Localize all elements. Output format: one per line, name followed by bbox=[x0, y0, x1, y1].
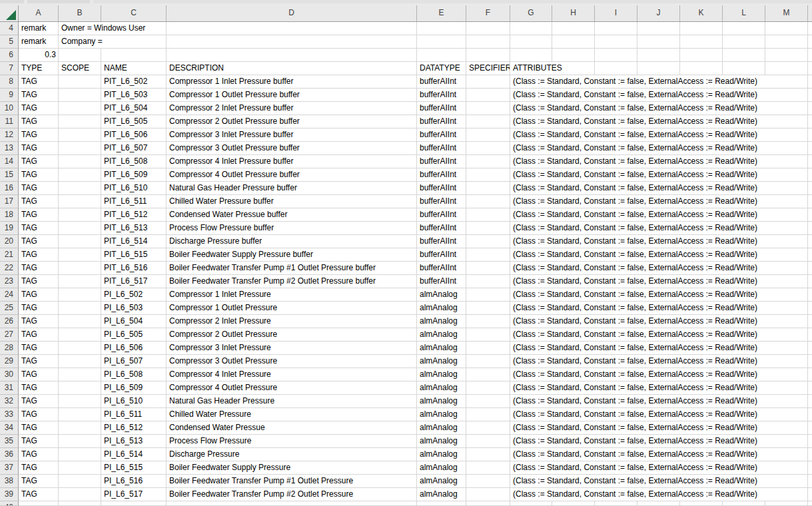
cell-C23[interactable]: PIT_L6_517 bbox=[101, 275, 167, 288]
cell-C38[interactable]: PI_L6_516 bbox=[101, 475, 167, 488]
cell-E22[interactable]: bufferAIInt bbox=[417, 262, 466, 275]
cell-E37[interactable]: almAnalog bbox=[417, 461, 466, 475]
cell-G6[interactable] bbox=[510, 49, 552, 62]
cell-B20[interactable] bbox=[59, 235, 101, 248]
cell-F12[interactable] bbox=[466, 128, 510, 142]
cell-D40[interactable] bbox=[167, 501, 417, 506]
cell-B13[interactable] bbox=[59, 142, 101, 155]
row-header-17[interactable]: 17 bbox=[0, 195, 19, 208]
cell-A16[interactable]: TAG bbox=[19, 182, 59, 195]
cell-D13[interactable]: Compressor 3 Outlet Pressure buffer bbox=[167, 142, 417, 155]
cell-C34[interactable]: PI_L6_512 bbox=[101, 421, 167, 435]
cell-F7[interactable]: SPECIFIER bbox=[466, 62, 510, 75]
column-header-E[interactable]: E bbox=[417, 5, 466, 21]
cell-J40[interactable] bbox=[637, 501, 680, 506]
cell-B22[interactable] bbox=[59, 262, 101, 275]
cell-E39[interactable]: almAnalog bbox=[417, 488, 466, 501]
row-header-15[interactable]: 15 bbox=[0, 168, 19, 182]
cell-B21[interactable] bbox=[59, 248, 101, 262]
cell-E25[interactable]: almAnalog bbox=[417, 302, 466, 315]
cell-C6[interactable] bbox=[101, 49, 167, 62]
cell-F19[interactable] bbox=[466, 222, 510, 235]
cell-E17[interactable]: bufferAIInt bbox=[417, 195, 466, 208]
cell-B16[interactable] bbox=[59, 182, 101, 195]
cell-B32[interactable] bbox=[59, 395, 101, 408]
cell-B26[interactable] bbox=[59, 315, 101, 328]
cell-G21[interactable]: (Class := Standard, Constant := false, E… bbox=[510, 248, 808, 262]
cell-E16[interactable]: bufferAIInt bbox=[417, 182, 466, 195]
cell-A31[interactable]: TAG bbox=[19, 381, 59, 395]
cell-G30[interactable]: (Class := Standard, Constant := false, E… bbox=[510, 368, 808, 381]
cell-B23[interactable] bbox=[59, 275, 101, 288]
cell-G8[interactable]: (Class := Standard, Constant := false, E… bbox=[510, 75, 808, 89]
row-header-7[interactable]: 7 bbox=[0, 62, 19, 75]
cell-A24[interactable]: TAG bbox=[19, 288, 59, 302]
cell-C16[interactable]: PIT_L6_510 bbox=[101, 182, 167, 195]
cell-C8[interactable]: PIT_L6_502 bbox=[101, 75, 167, 89]
cell-K40[interactable] bbox=[680, 501, 723, 506]
cell-A39[interactable]: TAG bbox=[19, 488, 59, 501]
row-header-40[interactable]: 40 bbox=[0, 501, 19, 506]
cell-D4[interactable] bbox=[167, 22, 417, 35]
cell-F9[interactable] bbox=[466, 89, 510, 102]
cell-F4[interactable] bbox=[466, 22, 510, 35]
cell-E30[interactable]: almAnalog bbox=[417, 368, 466, 381]
cell-E10[interactable]: bufferAIInt bbox=[417, 102, 466, 115]
cell-D27[interactable]: Compressor 2 Outlet Pressure bbox=[167, 328, 417, 342]
cell-L40[interactable] bbox=[723, 501, 765, 506]
cell-B34[interactable] bbox=[59, 421, 101, 435]
column-header-I[interactable]: I bbox=[595, 5, 637, 21]
cell-J5[interactable] bbox=[637, 35, 680, 49]
cell-L4[interactable] bbox=[723, 22, 765, 35]
cell-B33[interactable] bbox=[59, 408, 101, 421]
cell-G34[interactable]: (Class := Standard, Constant := false, E… bbox=[510, 421, 808, 435]
cell-C36[interactable]: PI_L6_514 bbox=[101, 448, 167, 461]
cell-D5[interactable] bbox=[167, 35, 417, 49]
row-header-4[interactable]: 4 bbox=[0, 22, 19, 35]
cell-G40[interactable] bbox=[510, 501, 552, 506]
cell-H40[interactable] bbox=[552, 501, 595, 506]
cell-A17[interactable]: TAG bbox=[19, 195, 59, 208]
cell-D12[interactable]: Compressor 3 Inlet Pressure buffer bbox=[167, 128, 417, 142]
cell-C30[interactable]: PI_L6_508 bbox=[101, 368, 167, 381]
row-header-21[interactable]: 21 bbox=[0, 248, 19, 262]
cell-L6[interactable] bbox=[723, 49, 765, 62]
cell-F35[interactable] bbox=[466, 435, 510, 448]
cell-G14[interactable]: (Class := Standard, Constant := false, E… bbox=[510, 155, 808, 168]
row-header-19[interactable]: 19 bbox=[0, 222, 19, 235]
cell-J4[interactable] bbox=[637, 22, 680, 35]
cell-A37[interactable]: TAG bbox=[19, 461, 59, 475]
row-header-27[interactable]: 27 bbox=[0, 328, 19, 342]
cell-A34[interactable]: TAG bbox=[19, 421, 59, 435]
column-header-M[interactable]: M bbox=[765, 5, 808, 21]
cell-I4[interactable] bbox=[595, 22, 637, 35]
cell-C32[interactable]: PI_L6_510 bbox=[101, 395, 167, 408]
cell-F16[interactable] bbox=[466, 182, 510, 195]
cell-E6[interactable] bbox=[417, 49, 466, 62]
select-all-button[interactable] bbox=[0, 5, 19, 21]
cell-F26[interactable] bbox=[466, 315, 510, 328]
cell-F8[interactable] bbox=[466, 75, 510, 89]
cell-J6[interactable] bbox=[637, 49, 680, 62]
cell-E19[interactable]: bufferAIInt bbox=[417, 222, 466, 235]
cell-A30[interactable]: TAG bbox=[19, 368, 59, 381]
row-header-33[interactable]: 33 bbox=[0, 408, 19, 421]
cell-D34[interactable]: Condensed Water Pressue bbox=[167, 421, 417, 435]
cell-B30[interactable] bbox=[59, 368, 101, 381]
cell-G18[interactable]: (Class := Standard, Constant := false, E… bbox=[510, 208, 808, 222]
cell-G20[interactable]: (Class := Standard, Constant := false, E… bbox=[510, 235, 808, 248]
cell-A33[interactable]: TAG bbox=[19, 408, 59, 421]
cell-B38[interactable] bbox=[59, 475, 101, 488]
row-header-6[interactable]: 6 bbox=[0, 49, 19, 62]
cell-G28[interactable]: (Class := Standard, Constant := false, E… bbox=[510, 342, 808, 355]
cell-A32[interactable]: TAG bbox=[19, 395, 59, 408]
cell-E14[interactable]: bufferAIInt bbox=[417, 155, 466, 168]
cell-K7[interactable] bbox=[680, 62, 723, 75]
cell-G5[interactable] bbox=[510, 35, 552, 49]
cell-C24[interactable]: PI_L6_502 bbox=[101, 288, 167, 302]
cell-F5[interactable] bbox=[466, 35, 510, 49]
cell-C9[interactable]: PIT_L6_503 bbox=[101, 89, 167, 102]
cell-C31[interactable]: PI_L6_509 bbox=[101, 381, 167, 395]
cell-C28[interactable]: PI_L6_506 bbox=[101, 342, 167, 355]
column-header-H[interactable]: H bbox=[552, 5, 595, 21]
